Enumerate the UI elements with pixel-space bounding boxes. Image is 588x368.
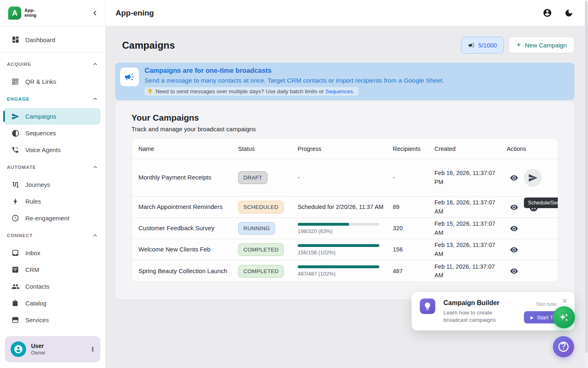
view-icon[interactable] bbox=[510, 267, 518, 275]
col-header-recipients: Recipients bbox=[393, 146, 434, 152]
sidebar-item-label: Re-engagement bbox=[25, 215, 69, 222]
table-row: Spring Beauty Collection Launch COMPLETE… bbox=[132, 260, 558, 282]
sequences-link[interactable]: Sequences bbox=[325, 88, 353, 94]
chevron-up-icon bbox=[92, 61, 98, 67]
dark-mode-icon[interactable] bbox=[564, 9, 573, 18]
table-row: Welcome New Clients Feb COMPLETED 156/15… bbox=[132, 239, 558, 260]
view-icon[interactable] bbox=[510, 203, 518, 211]
col-header-status: Status bbox=[238, 146, 298, 152]
help-icon bbox=[557, 341, 570, 353]
sidebar: A App-ening Dashboard ACQUIRE QR & bbox=[0, 0, 106, 368]
account-icon[interactable] bbox=[543, 8, 552, 18]
progress-bar bbox=[298, 223, 379, 226]
help-fab[interactable] bbox=[553, 336, 574, 357]
progress-label: 198/320 (63%) bbox=[298, 228, 387, 234]
inbox-icon bbox=[11, 249, 20, 257]
sidebar-item-label: Voice Agents bbox=[25, 146, 61, 153]
section-engage[interactable]: ENGAGE bbox=[0, 90, 105, 108]
progress-cell: - bbox=[298, 173, 393, 182]
campaign-name: Customer Feedback Survey bbox=[138, 224, 238, 232]
close-icon[interactable] bbox=[561, 298, 568, 304]
sparkles-icon bbox=[558, 312, 570, 323]
campaign-name: March Appointment Reminders bbox=[138, 203, 238, 211]
plus-icon: + bbox=[517, 41, 521, 49]
usage-count: 5/1000 bbox=[478, 42, 497, 49]
bolt-icon bbox=[11, 197, 20, 206]
campaign-name: Welcome New Clients Feb bbox=[138, 245, 238, 254]
chevron-up-icon bbox=[92, 164, 98, 170]
view-icon[interactable] bbox=[510, 246, 518, 254]
ai-assistant-fab[interactable] bbox=[553, 306, 575, 328]
sidebar-item-catalog[interactable]: Catalog bbox=[0, 295, 105, 312]
schedule-send-button[interactable] bbox=[524, 169, 542, 187]
kanban-icon bbox=[11, 266, 20, 274]
col-header-actions: Actions bbox=[507, 146, 558, 152]
recipients-cell: 156 bbox=[393, 245, 434, 254]
progress-cell: 198/320 (63%) bbox=[298, 223, 393, 234]
created-cell: Feb 13, 2026, 11:37:07 AM bbox=[434, 241, 507, 258]
view-icon[interactable] bbox=[510, 174, 518, 182]
col-header-name: Name bbox=[138, 146, 238, 152]
section-acquire[interactable]: ACQUIRE bbox=[0, 55, 105, 73]
sidebar-item-label: Catalog bbox=[25, 300, 47, 307]
actions-cell bbox=[507, 267, 558, 275]
toast-subtitle: Learn how to create broadcast campaigns bbox=[443, 309, 509, 324]
status-badge: SCHEDULED bbox=[238, 201, 284, 213]
route-icon bbox=[11, 181, 20, 189]
sidebar-footer: User Owner ••• bbox=[0, 332, 105, 368]
progress-bar bbox=[298, 244, 379, 247]
scrollbar-thumb[interactable] bbox=[585, 1, 588, 353]
table-header-row: Name Status Progress Recipients Created … bbox=[132, 139, 558, 159]
play-icon: ▶ bbox=[530, 315, 534, 320]
dashboard-icon bbox=[11, 36, 20, 44]
section-automate[interactable]: AUTOMATE bbox=[0, 158, 105, 176]
chevron-up-icon bbox=[92, 233, 98, 238]
megaphone-icon bbox=[120, 67, 139, 86]
recipients-cell: 487 bbox=[393, 267, 434, 275]
sidebar-item-dashboard[interactable]: Dashboard bbox=[0, 30, 105, 49]
lightbulb-icon bbox=[147, 88, 153, 94]
sidebar-item-campaigns[interactable]: Campaigns bbox=[3, 108, 100, 125]
progress-cell: Scheduled for 2/20/26, 11:37 AM bbox=[298, 203, 393, 211]
campaign-usage-badge[interactable]: 5/1000 bbox=[461, 37, 504, 54]
sidebar-item-qr-links[interactable]: QR & Links bbox=[0, 73, 105, 90]
sidebar-collapse-icon[interactable] bbox=[91, 9, 99, 17]
col-header-progress: Progress bbox=[298, 146, 393, 152]
sidebar-item-contacts[interactable]: Contacts bbox=[0, 278, 105, 295]
banner-title: Campaigns are for one-time broadcasts bbox=[145, 67, 444, 74]
recipients-cell: 320 bbox=[393, 224, 434, 232]
sidebar-item-label: Contacts bbox=[25, 283, 49, 290]
user-card[interactable]: User Owner ••• bbox=[5, 336, 100, 362]
section-connect[interactable]: CONNECT bbox=[0, 227, 105, 245]
table-row: Customer Feedback Survey RUNNING 198/320… bbox=[132, 218, 558, 239]
status-badge: COMPLETED bbox=[238, 265, 284, 278]
sidebar-item-re-engagement[interactable]: Re-engagement bbox=[0, 210, 105, 227]
sidebar-item-sequences[interactable]: Sequences bbox=[0, 125, 105, 141]
sidebar-item-voice-agents[interactable]: Voice Agents bbox=[0, 141, 105, 158]
campaigns-table: Name Status Progress Recipients Created … bbox=[131, 138, 558, 282]
app-window: A App-ening Dashboard ACQUIRE QR & bbox=[0, 0, 588, 368]
status-badge: DRAFT bbox=[238, 171, 267, 184]
col-header-created: Created bbox=[434, 146, 507, 152]
not-now-button[interactable]: Not now bbox=[536, 301, 557, 307]
sidebar-item-crm[interactable]: CRM bbox=[0, 261, 105, 278]
actions-cell bbox=[507, 224, 558, 233]
new-campaign-button[interactable]: + New Campaign bbox=[509, 37, 575, 53]
info-banner: Campaigns are for one-time broadcasts Se… bbox=[115, 63, 575, 100]
campaign-name: Spring Beauty Collection Launch bbox=[138, 267, 238, 275]
app-logo: A bbox=[8, 7, 21, 20]
brand-text: App-ening bbox=[24, 8, 36, 18]
created-cell: Feb 16, 2026, 11:37:07 PM bbox=[434, 169, 507, 186]
view-icon[interactable] bbox=[510, 224, 518, 233]
card-subtitle: Track and manage your broadcast campaign… bbox=[131, 126, 558, 132]
user-avatar bbox=[11, 341, 26, 357]
sidebar-item-inbox[interactable]: Inbox bbox=[0, 245, 105, 261]
banner-hint: Need to send messages over multiple days… bbox=[145, 87, 359, 96]
chevron-up-icon bbox=[92, 96, 98, 102]
actions-cell bbox=[507, 246, 558, 254]
progress-cell: 156/156 (102%) bbox=[298, 244, 393, 256]
sidebar-item-rules[interactable]: Rules bbox=[0, 193, 105, 210]
sidebar-item-journeys[interactable]: Journeys bbox=[0, 176, 105, 193]
kebab-menu-icon[interactable]: ••• bbox=[90, 347, 96, 352]
created-cell: Feb 16, 2026, 11:37:07 AM bbox=[434, 198, 507, 215]
